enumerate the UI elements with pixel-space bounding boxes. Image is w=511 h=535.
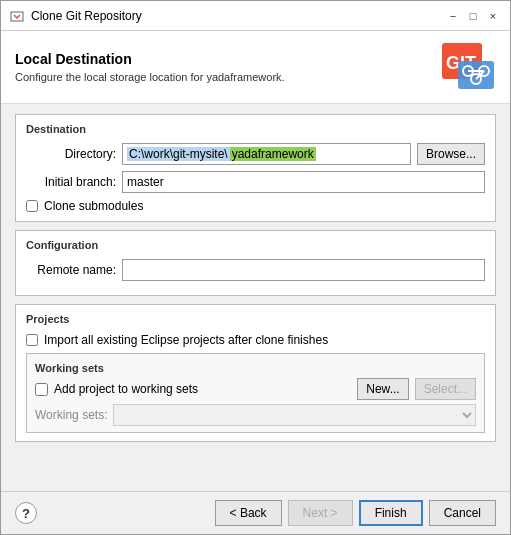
add-to-ws-checkbox[interactable]	[35, 383, 48, 396]
header-text: Local Destination Configure the local st…	[15, 51, 285, 83]
footer: ? < Back Next > Finish Cancel	[1, 491, 510, 534]
branch-label: Initial branch:	[26, 175, 116, 189]
header-section: Local Destination Configure the local st…	[1, 31, 510, 104]
working-sets-label: Working sets:	[35, 408, 107, 422]
branch-row: Initial branch: master	[26, 171, 485, 193]
destination-section: Destination Directory: C:\work\git-mysit…	[15, 114, 496, 222]
working-sets-title: Working sets	[35, 362, 476, 374]
clone-submodules-row: Clone submodules	[26, 199, 485, 213]
ws-label-row: Working sets:	[35, 404, 476, 426]
destination-section-title: Destination	[26, 123, 485, 135]
remote-name-label: Remote name:	[26, 263, 116, 277]
main-window: Clone Git Repository − □ × Local Destina…	[0, 0, 511, 535]
footer-right: < Back Next > Finish Cancel	[215, 500, 496, 526]
minimize-button[interactable]: −	[444, 7, 462, 25]
back-button[interactable]: < Back	[215, 500, 282, 526]
remote-name-row: Remote name: origin	[26, 259, 485, 281]
close-button[interactable]: ×	[484, 7, 502, 25]
working-sets-combo	[113, 404, 476, 426]
configuration-section-title: Configuration	[26, 239, 485, 251]
projects-section-title: Projects	[26, 313, 485, 325]
maximize-button[interactable]: □	[464, 7, 482, 25]
svg-rect-0	[11, 12, 23, 21]
projects-section: Projects Import all existing Eclipse pro…	[15, 304, 496, 442]
footer-left: ?	[15, 502, 37, 524]
import-projects-row: Import all existing Eclipse projects aft…	[26, 333, 485, 347]
content-area: Destination Directory: C:\work\git-mysit…	[1, 104, 510, 491]
directory-highlight: yadaframework	[230, 147, 316, 161]
import-projects-checkbox[interactable]	[26, 334, 38, 346]
configuration-section: Configuration Remote name: origin	[15, 230, 496, 296]
branch-select[interactable]: master	[122, 171, 485, 193]
directory-label: Directory:	[26, 147, 116, 161]
new-button[interactable]: New...	[357, 378, 408, 400]
clone-submodules-label: Clone submodules	[44, 199, 143, 213]
git-logo: GIT	[440, 41, 496, 93]
import-projects-label: Import all existing Eclipse projects aft…	[44, 333, 328, 347]
add-to-ws-label: Add project to working sets	[54, 382, 198, 396]
help-button[interactable]: ?	[15, 502, 37, 524]
next-button[interactable]: Next >	[288, 500, 353, 526]
working-sets-section: Working sets Add project to working sets…	[26, 353, 485, 433]
directory-prefix: C:\work\git-mysite\	[127, 147, 230, 161]
remote-name-input[interactable]: origin	[122, 259, 485, 281]
window-icon	[9, 8, 25, 24]
browse-button[interactable]: Browse...	[417, 143, 485, 165]
window-controls: − □ ×	[444, 7, 502, 25]
title-bar: Clone Git Repository − □ ×	[1, 1, 510, 31]
directory-row: Directory: C:\work\git-mysite\yadaframew…	[26, 143, 485, 165]
branch-select-wrapper: master	[122, 171, 485, 193]
page-title: Local Destination	[15, 51, 285, 67]
select-button[interactable]: Select...	[415, 378, 476, 400]
clone-submodules-checkbox[interactable]	[26, 200, 38, 212]
page-description: Configure the local storage location for…	[15, 71, 285, 83]
cancel-button[interactable]: Cancel	[429, 500, 496, 526]
finish-button[interactable]: Finish	[359, 500, 423, 526]
directory-field[interactable]: C:\work\git-mysite\yadaframework	[122, 143, 411, 165]
working-sets-row: Add project to working sets New... Selec…	[35, 378, 476, 400]
window-title: Clone Git Repository	[31, 9, 438, 23]
